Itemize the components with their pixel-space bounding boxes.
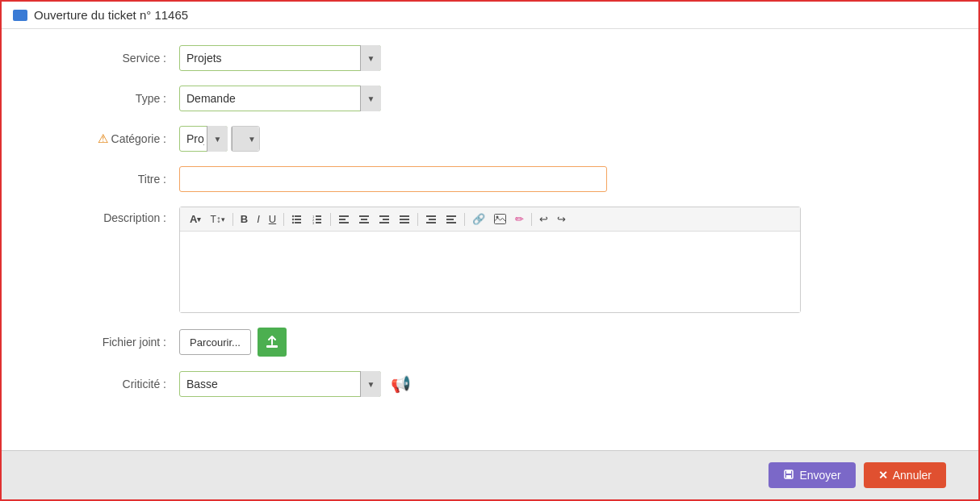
svg-rect-0: [295, 215, 301, 217]
criticite-label: Criticité :: [34, 378, 179, 390]
titre-control: [179, 166, 607, 192]
svg-rect-19: [383, 219, 389, 220]
svg-rect-1: [295, 219, 301, 220]
text-size-btn[interactable]: T↕▾: [207, 212, 228, 227]
svg-text:3: 3: [312, 220, 315, 224]
warning-icon: ⚠: [98, 132, 108, 145]
upload-btn[interactable]: [258, 328, 287, 357]
svg-rect-22: [400, 219, 409, 220]
service-control: Projets Support Infrastructure ▼: [179, 45, 381, 71]
svg-rect-20: [379, 222, 389, 223]
categorie-select[interactable]: Projet Autre: [179, 126, 228, 152]
link-btn[interactable]: 🔗: [469, 211, 488, 227]
window-title: Ouverture du ticket n° 11465: [34, 8, 188, 22]
service-select[interactable]: Projets Support Infrastructure: [179, 45, 381, 71]
categorie-select-wrap: Projet Autre ▼: [179, 126, 228, 152]
font-color-btn[interactable]: A▾: [186, 211, 204, 227]
description-control: A▾ T↕▾ B I U: [179, 207, 801, 313]
sep3: [330, 213, 331, 226]
image-btn[interactable]: [491, 212, 509, 226]
align-left-btn[interactable]: [335, 212, 353, 227]
fichier-label: Fichier joint :: [34, 336, 179, 349]
svg-rect-8: [316, 222, 321, 223]
svg-rect-29: [446, 222, 456, 223]
form-body: Service : Projets Support Infrastructure…: [2, 29, 978, 450]
sep1: [232, 213, 233, 226]
svg-rect-17: [359, 222, 369, 223]
criticite-select[interactable]: Basse Moyenne Haute Critique: [179, 371, 381, 397]
categorie-row: ⚠Catégorie : Projet Autre ▼ ▼: [34, 126, 946, 152]
svg-rect-14: [339, 222, 349, 223]
sep2: [283, 213, 284, 226]
sep5: [464, 213, 465, 226]
cat-sub-arrow: ▼: [232, 127, 259, 151]
redo-btn[interactable]: ↪: [554, 211, 569, 227]
titre-label: Titre :: [34, 173, 179, 186]
categorie-sub-select[interactable]: ▼: [231, 126, 260, 152]
align-right-btn[interactable]: [375, 212, 393, 227]
description-row: Description : A▾ T↕▾ B I U: [34, 207, 946, 313]
fichier-control: Parcourir...: [179, 328, 287, 357]
svg-rect-12: [339, 215, 349, 217]
type-label: Type :: [34, 92, 179, 105]
numbered-list-btn[interactable]: 123: [308, 212, 326, 227]
svg-rect-25: [429, 219, 436, 220]
envoyer-button[interactable]: Envoyer: [769, 462, 855, 488]
megaphone-icon: 📢: [391, 374, 411, 394]
service-label: Service :: [34, 52, 179, 65]
bold-btn[interactable]: B: [237, 211, 251, 227]
svg-rect-7: [316, 219, 321, 220]
annuler-x: ✕: [878, 469, 888, 482]
criticite-control: Basse Moyenne Haute Critique ▼ 📢: [179, 371, 411, 397]
titre-row: Titre :: [34, 166, 946, 192]
description-label: Description :: [34, 207, 179, 224]
description-editor: A▾ T↕▾ B I U: [179, 207, 801, 313]
svg-rect-23: [400, 222, 409, 223]
svg-rect-6: [316, 215, 321, 217]
service-select-wrap: Projets Support Infrastructure ▼: [179, 45, 381, 71]
ticket-window: Ouverture du ticket n° 11465 Service : P…: [0, 0, 980, 501]
highlight-btn[interactable]: ✏: [512, 211, 527, 227]
svg-rect-28: [446, 219, 454, 220]
criticite-row: Criticité : Basse Moyenne Haute Critique…: [34, 371, 946, 397]
ticket-icon: [13, 10, 27, 21]
annuler-label: Annuler: [893, 469, 932, 482]
type-select-wrap: Demande Incident Problème ▼: [179, 86, 381, 111]
align-center-btn[interactable]: [355, 212, 373, 227]
service-row: Service : Projets Support Infrastructure…: [34, 45, 946, 71]
svg-rect-34: [786, 470, 791, 474]
categorie-control: Projet Autre ▼ ▼: [179, 126, 260, 152]
svg-rect-15: [359, 215, 369, 217]
svg-rect-26: [426, 222, 436, 223]
svg-rect-35: [786, 475, 791, 478]
fichier-row: Fichier joint : Parcourir...: [34, 328, 946, 357]
svg-rect-27: [446, 215, 456, 217]
bullet-list-btn[interactable]: [288, 212, 306, 227]
envoyer-label: Envoyer: [799, 469, 840, 482]
svg-rect-16: [361, 219, 367, 220]
italic-btn[interactable]: I: [253, 211, 263, 227]
svg-rect-18: [379, 215, 389, 217]
undo-btn[interactable]: ↩: [536, 211, 551, 227]
svg-point-4: [292, 218, 294, 219]
save-icon: [783, 470, 794, 481]
type-select[interactable]: Demande Incident Problème: [179, 86, 381, 111]
editor-toolbar: A▾ T↕▾ B I U: [180, 207, 800, 232]
description-input[interactable]: [180, 232, 800, 312]
svg-rect-24: [426, 215, 436, 217]
svg-point-5: [292, 221, 294, 223]
svg-rect-13: [339, 219, 346, 220]
titre-input[interactable]: [179, 166, 607, 192]
svg-rect-21: [400, 215, 409, 217]
svg-point-3: [292, 215, 294, 216]
window-header: Ouverture du ticket n° 11465: [2, 2, 978, 29]
annuler-button[interactable]: ✕ Annuler: [864, 462, 946, 488]
browse-btn[interactable]: Parcourir...: [179, 329, 251, 355]
sep4: [417, 213, 418, 226]
svg-rect-32: [266, 345, 278, 348]
indent-btn[interactable]: [422, 212, 440, 227]
underline-btn[interactable]: U: [266, 211, 279, 227]
outdent-btn[interactable]: [442, 212, 460, 227]
align-justify-btn[interactable]: [396, 212, 413, 227]
criticite-select-wrap: Basse Moyenne Haute Critique ▼: [179, 371, 381, 397]
